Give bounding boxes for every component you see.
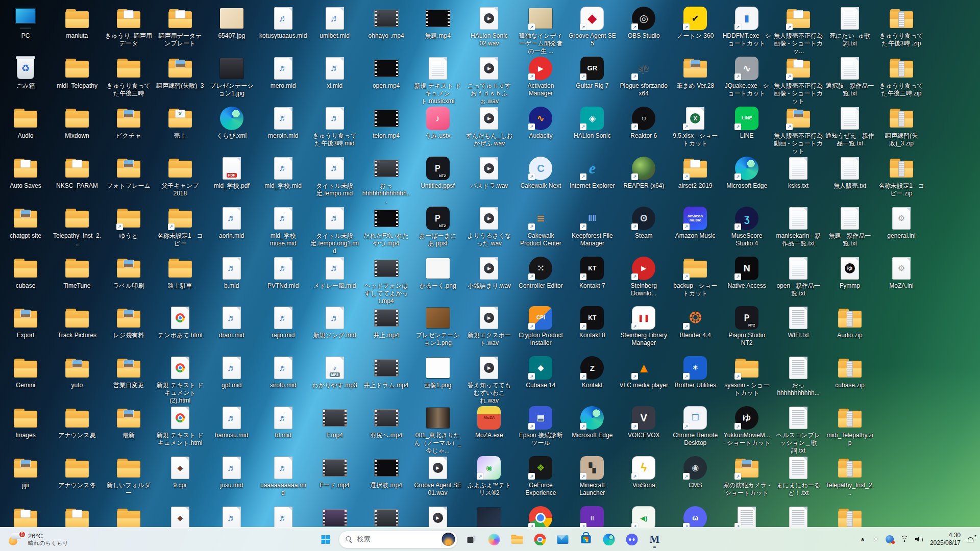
desktop-icon[interactable]: プレゼンテーション1.png — [413, 306, 462, 347]
desktop-icon[interactable]: ◆↗Cubase 14 — [516, 356, 565, 389]
desktop-icon[interactable]: ▶バスドラ.wav — [464, 156, 513, 190]
desktop-icon[interactable]: X↗9.5.xlsx - ショートカット — [671, 106, 720, 147]
desktop-icon[interactable]: ▶ずんだもん_しおかぜふ.wav — [464, 106, 513, 147]
taskbar-search-input[interactable]: 検索 — [339, 531, 458, 548]
desktop-icon[interactable]: ▶新規エクスポート.wav — [464, 306, 513, 347]
desktop-icon[interactable]: Images — [1, 406, 50, 439]
desktop-icon[interactable]: ↗ゆうと — [104, 206, 153, 240]
desktop-icon[interactable]: ↗無人販売不正行為動画 - ショートカット — [774, 106, 823, 155]
desktop-icon[interactable]: teion.mp4 — [362, 106, 411, 140]
desktop-icon[interactable]: midi_Telepathy — [53, 56, 102, 90]
taskbar-m-app-button[interactable]: M — [645, 530, 665, 549]
desktop-icon[interactable]: ▶Groove Agent SE 01.wav — [413, 456, 462, 497]
desktop-icon[interactable]: きゅうり食ってた午後3時 .zip — [877, 6, 926, 47]
desktop-icon[interactable]: ＰNT2Untitled.ppsf — [413, 156, 462, 190]
desktop-icon[interactable]: ↗無人販売不正行為画像 - ショートカット — [774, 56, 823, 105]
desktop-icon[interactable]: アナウンス冬 — [53, 456, 102, 489]
desktop-icon[interactable]: ↗backup - ショートカット — [671, 256, 720, 297]
desktop-icon[interactable]: ↗REAPER (x64) — [619, 156, 668, 190]
desktop-icon[interactable]: 調声練習(失敗)_3.zip — [877, 106, 926, 147]
desktop-icon[interactable]: ✔↗ノートン 360 — [671, 6, 720, 40]
desktop-icon[interactable]: ❚❚↗Steinberg Library Manager — [619, 306, 668, 347]
desktop-icon[interactable]: ⁙↗Controller Editor — [516, 256, 565, 290]
desktop-icon[interactable]: ↗airset2-2019 — [671, 156, 720, 190]
desktop-icon[interactable]: ↗孤独なインディーゲーム開発者の一生 ... — [516, 6, 565, 55]
desktop-icon[interactable]: 営業日変更 — [104, 356, 153, 389]
taskbar-chrome-button[interactable] — [530, 530, 550, 549]
desktop-icon[interactable]: ♬gpt.mid — [207, 356, 256, 389]
desktop-icon[interactable]: ♬mid_学校.mid — [259, 156, 308, 190]
desktop-icon[interactable]: ↗無人販売不正行為画像 - ショートカッ... — [774, 6, 823, 55]
desktop-icon[interactable]: ʘ↗Steam — [619, 206, 668, 240]
desktop-icon[interactable]: ♬td.mid — [259, 406, 308, 439]
desktop-icon[interactable]: ◎↗OBS Studio — [619, 6, 668, 40]
taskbar-copilot-button[interactable] — [484, 530, 504, 549]
desktop-icon[interactable]: ▤↗Epson 接続診断ツール — [516, 406, 565, 447]
desktop-icon[interactable]: ♬aorin.mid — [207, 206, 256, 240]
desktop-icon[interactable]: ▲↗VLC media player — [619, 356, 668, 389]
desktop-icon[interactable]: Z↗Kontakt — [568, 356, 617, 389]
desktop-icon[interactable]: ♬ — [259, 506, 308, 530]
desktop-icon[interactable]: open.mp4 — [362, 56, 411, 90]
desktop-icon[interactable]: ♬きゅうり食ってた午後3時.mid — [310, 106, 359, 147]
desktop-icon[interactable]: ♬PVTNd.mid — [259, 256, 308, 290]
desktop-icon[interactable]: ♬kotusytuaaus.mid — [259, 6, 308, 40]
desktop-icon[interactable] — [825, 506, 874, 530]
desktop-icon[interactable]: ▮↗HDDFMT.exe - ショートカット — [722, 6, 771, 47]
desktop-icon[interactable]: ○↗Reaktor 6 — [619, 106, 668, 140]
desktop-icon[interactable]: ♬rajio.mid — [259, 306, 308, 339]
desktop-icon[interactable] — [362, 506, 411, 530]
desktop-icon[interactable]: ▶↗Steinberg Downlo... — [619, 256, 668, 297]
desktop-icon[interactable]: かるーく.png — [413, 256, 462, 290]
desktop-icon[interactable]: 井上.mp4 — [362, 306, 411, 339]
desktop-icon[interactable]: ♬xl.mid — [310, 56, 359, 90]
desktop-icon[interactable]: レジ袋有料 — [104, 306, 153, 339]
desktop-icon[interactable]: ♬uaaaaaaaaaa.mid — [259, 456, 308, 497]
desktop-icon[interactable]: ▶答え知っててもむずいわこれ.wav — [464, 356, 513, 405]
desktop-icon[interactable]: ＰNT2Piapro Studio NT2 — [722, 306, 771, 347]
taskbar-start-button[interactable] — [316, 530, 335, 549]
desktop-icon[interactable]: 死にたい_ゅ歌詞.txt — [825, 6, 874, 47]
desktop-icon[interactable]: F.mp4 — [310, 406, 359, 439]
desktop-icon[interactable]: 井上ドラム.mp4 — [362, 356, 411, 389]
desktop-icon[interactable]: 父子キャンプ2018 — [156, 156, 205, 197]
desktop-icon[interactable] — [464, 506, 513, 530]
desktop-icon[interactable]: Telepathy_Inst_2... — [825, 456, 874, 497]
desktop-icon[interactable]: ❂↗Blender 4.4 — [671, 306, 720, 339]
desktop-icon[interactable]: アナウンス夏 — [53, 406, 102, 439]
desktop-icon[interactable]: きゅうり食ってた午後三時.zip — [877, 56, 926, 97]
desktop-icon[interactable]: ゆFymmp — [825, 256, 874, 290]
desktop-icon[interactable] — [774, 506, 823, 530]
desktop-icon[interactable]: 選択肢.mp4 — [362, 456, 411, 489]
desktop-icon[interactable]: ↗Microsoft Edge — [568, 406, 617, 439]
desktop-icon[interactable]: ▶よりうるさくなった.wav — [464, 206, 513, 247]
desktop-icon[interactable]: MoZAMoZA.exe — [464, 406, 513, 439]
wifi-icon[interactable] — [900, 536, 909, 543]
desktop-icon[interactable] — [53, 506, 102, 530]
desktop-icon[interactable]: ohhayo-.mp4 — [362, 6, 411, 40]
desktop-icon[interactable]: ‖‖↗Keepforest File Manager — [568, 206, 617, 247]
desktop-icon[interactable]: chatgpt-site — [1, 206, 50, 240]
desktop-icon[interactable]: ◆ — [156, 506, 205, 530]
desktop-icon[interactable]: 路上駐車 — [156, 256, 205, 290]
desktop-icon[interactable]: II↗ — [568, 506, 617, 530]
desktop-icon[interactable]: ∿↗Audacity — [516, 106, 565, 140]
desktop-icon[interactable] — [1, 506, 50, 530]
desktop-icon[interactable]: だれだFXいれたやつ.mp4 — [362, 206, 411, 247]
desktop-icon[interactable]: LINE↗LINE — [722, 106, 771, 140]
desktop-icon[interactable]: ↗ — [722, 506, 771, 530]
desktop-icon[interactable]: cubase — [1, 256, 50, 290]
desktop-icon[interactable]: ♪MP3わかりやす.mp3 — [310, 356, 359, 389]
desktop-icon[interactable]: ♬新規ソング.mid — [310, 306, 359, 339]
desktop-icon[interactable]: C↗Cakewalk Next — [516, 156, 565, 190]
desktop-icon[interactable]: maniuta — [53, 6, 102, 40]
desktop-icon[interactable]: ⚙MoZA.ini — [877, 256, 926, 290]
desktop-icon[interactable]: 調声練習(失敗)_3 — [156, 56, 205, 90]
desktop-icon[interactable]: ʒ↗MuseScore Studio 4 — [722, 206, 771, 247]
desktop-icon[interactable]: ◉↗CMS — [671, 456, 720, 489]
desktop-icon[interactable]: ピクチャ — [104, 106, 153, 140]
desktop-icon[interactable]: ◆9.cpr — [156, 456, 205, 489]
desktop-icon[interactable]: 羽尻へ.mp4 — [362, 406, 411, 439]
desktop-icon[interactable] — [310, 506, 359, 530]
desktop-icon[interactable]: テンポあて.html — [156, 306, 205, 339]
